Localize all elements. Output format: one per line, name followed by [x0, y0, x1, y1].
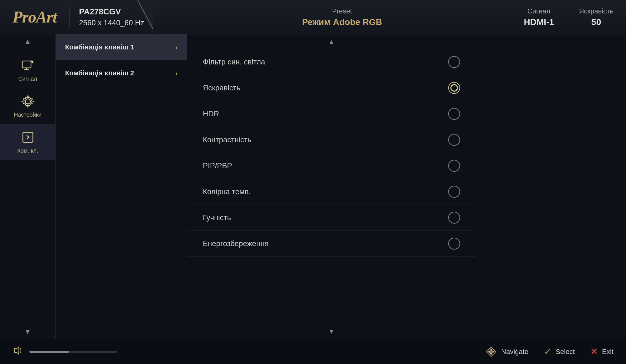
signal-label: Сигнал — [527, 7, 550, 15]
volume-bar — [29, 351, 117, 353]
option-hdr-label: HDR — [203, 109, 219, 118]
option-volume[interactable]: Гучність — [187, 205, 476, 231]
option-color-temp[interactable]: Колірна темп. — [187, 179, 476, 205]
logo: ProArt — [13, 8, 57, 26]
brightness-value: 50 — [591, 17, 601, 27]
option-contrast-radio[interactable] — [448, 134, 460, 146]
option-energy-save-label: Енергозбереження — [203, 239, 269, 248]
sidebar-arrow-down[interactable]: ▼ — [24, 328, 31, 336]
volume-control — [13, 345, 485, 358]
option-energy-save[interactable]: Енергозбереження — [187, 231, 476, 257]
navigate-control: Navigate — [485, 346, 528, 357]
brightness-info: Яскравість 50 — [579, 7, 613, 27]
shortcut1-chevron: › — [175, 44, 177, 51]
svg-marker-9 — [14, 347, 19, 354]
sidebar-settings-label: Настройки — [14, 112, 41, 118]
signal-info: Сигнал HDMI-1 — [524, 7, 554, 27]
sidebar-content: ▲ Сигнал — [0, 38, 55, 160]
option-volume-radio[interactable] — [448, 212, 460, 224]
header: ProArt PA278CGV 2560 x 1440_60 Hz Preset… — [0, 0, 626, 34]
volume-fill — [29, 351, 69, 353]
option-pip-pbp[interactable]: PIP/PBP — [187, 153, 476, 179]
option-brightness-radio[interactable] — [448, 82, 460, 94]
shortcut2-label: Комбінація клавіш 2 — [65, 69, 134, 77]
svg-rect-2 — [22, 61, 31, 68]
option-blue-light[interactable]: Фільтр син. світла — [187, 49, 476, 75]
option-color-temp-radio[interactable] — [448, 186, 460, 198]
main-content: ▲ Сигнал — [0, 34, 626, 339]
option-blue-light-radio[interactable] — [448, 56, 460, 68]
right-panel-list: Фільтр син. світла Яскравість HDR Контра… — [187, 49, 476, 324]
third-panel — [476, 34, 626, 339]
sidebar-arrow-up[interactable]: ▲ — [24, 38, 31, 46]
shortcut-icon — [20, 129, 36, 145]
option-pip-pbp-label: PIP/PBP — [203, 161, 232, 170]
preset-label: Preset — [332, 7, 352, 15]
sidebar-item-shortcut[interactable]: Ком. кл. — [0, 124, 55, 160]
shortcut1-label: Комбінація клавіш 1 — [65, 43, 134, 51]
left-panel: Комбінація клавіш 1 › Комбінація клавіш … — [56, 34, 187, 339]
signal-value: HDMI-1 — [524, 17, 554, 27]
shortcut2-item[interactable]: Комбінація клавіш 2 › — [56, 60, 187, 86]
navigate-icon — [485, 346, 497, 357]
navigate-label: Navigate — [501, 348, 528, 356]
option-contrast[interactable]: Контрастність — [187, 127, 476, 153]
sidebar-item-settings[interactable]: Настройки — [0, 88, 55, 124]
exit-control[interactable]: ✕ Exit — [590, 346, 613, 357]
header-right-info: Сигнал HDMI-1 Яскравість 50 — [524, 7, 613, 27]
svg-marker-0 — [135, 0, 153, 34]
header-diagonal-decoration — [135, 0, 153, 34]
settings-icon — [20, 94, 36, 109]
option-contrast-label: Контрастність — [203, 135, 251, 144]
header-preset: Preset Режим Adobe RGB — [160, 7, 524, 27]
sidebar-signal-label: Сигнал — [18, 76, 37, 82]
option-hdr-radio[interactable] — [448, 108, 460, 120]
shortcut1-item[interactable]: Комбінація клавіш 1 › — [56, 34, 187, 60]
signal-icon — [20, 58, 36, 73]
option-blue-light-label: Фільтр син. світла — [203, 58, 265, 66]
select-control[interactable]: ✓ Select — [544, 346, 575, 357]
shortcut2-chevron: › — [175, 70, 177, 77]
option-pip-pbp-radio[interactable] — [448, 160, 460, 172]
volume-icon — [13, 345, 24, 358]
sidebar-item-signal[interactable]: Сигнал — [0, 52, 55, 88]
right-panel-scroll-up[interactable]: ▲ — [187, 34, 476, 49]
svg-rect-8 — [23, 132, 33, 142]
option-energy-save-radio[interactable] — [448, 238, 460, 250]
right-panel: ▲ Фільтр син. світла Яскравість HDR Конт… — [187, 34, 476, 339]
exit-x-icon: ✕ — [590, 346, 598, 357]
footer: Navigate ✓ Select ✕ Exit — [0, 339, 626, 364]
option-color-temp-label: Колірна темп. — [203, 187, 251, 196]
select-check-icon: ✓ — [544, 346, 551, 357]
option-volume-label: Гучність — [203, 213, 231, 222]
option-hdr[interactable]: HDR — [187, 101, 476, 127]
footer-controls: Navigate ✓ Select ✕ Exit — [485, 346, 613, 357]
brightness-label: Яскравість — [579, 7, 613, 15]
svg-point-7 — [25, 99, 30, 104]
option-brightness[interactable]: Яскравість — [187, 75, 476, 101]
preset-value: Режим Adobe RGB — [302, 17, 382, 27]
option-brightness-label: Яскравість — [203, 83, 240, 92]
exit-label: Exit — [602, 348, 613, 356]
select-label: Select — [556, 348, 575, 356]
sidebar: ▲ Сигнал — [0, 34, 56, 339]
right-panel-scroll-down[interactable]: ▼ — [187, 324, 476, 339]
sidebar-shortcut-label: Ком. кл. — [17, 148, 38, 154]
header-divider — [69, 6, 69, 28]
